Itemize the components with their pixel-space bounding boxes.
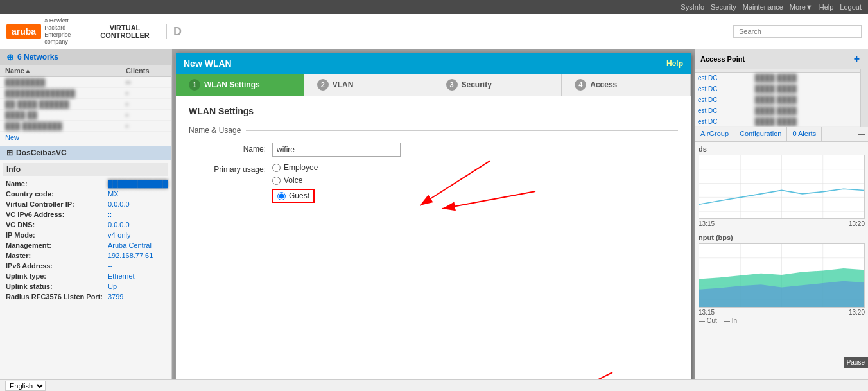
wizard-step-2[interactable]: 2 VLAN [304,74,433,96]
ap-location[interactable]: est DC [698,118,718,125]
info-row: Virtual Controller IP:0.0.0.0 [3,199,171,209]
step-label-2: VLAN [333,80,354,89]
ap-row[interactable]: est DC████ ████ [695,73,860,83]
info-row: Uplink status:Up [3,281,171,291]
d-label: D [173,25,193,39]
right-panel: Access Point + est DC████ ████ est DC███… [695,49,868,379]
info-row: Name:████████████ [3,178,171,189]
modal-help-link[interactable]: Help [666,59,683,68]
info-row: VC DNS:0.0.0.0 [3,220,171,230]
step-label-3: Security [462,80,492,89]
info-row: IPv6 Address:-- [3,261,171,271]
wlan-name-input[interactable] [272,143,401,157]
app-header: aruba a Hewlett PackardEnterprise compan… [0,14,868,49]
network-row[interactable]: ██████████████▪ [0,88,171,99]
nav-more[interactable]: More▼ [790,3,813,11]
info-row: Uplink type:Ethernet [3,271,171,281]
language-select[interactable]: English [5,381,46,391]
voice-option[interactable]: Voice [272,176,318,185]
chart2-time-start: 13:15 [699,309,715,316]
guest-option[interactable]: Guest [272,189,318,203]
chart1-svg [699,155,864,218]
ap-location[interactable]: est DC [698,74,718,82]
ap-table: est DC████ ████ est DC████ ████ est DC██… [695,69,860,127]
name-usage-label: Name & Usage [189,126,241,135]
vc-name: DosCeibasVC [16,148,67,157]
guest-radio[interactable] [277,192,286,200]
modal-body: WLAN Settings Name & Usage Name: Primary… [176,96,691,379]
chart2-x-labels: 13:15 13:20 [699,309,865,316]
networks-count: 6 Networks [17,53,58,62]
section-title: WLAN Settings [189,106,678,116]
svg-line-3 [561,372,612,379]
search-input[interactable] [733,25,862,38]
ap-location[interactable]: est DC [698,107,718,114]
nav-sysinfo[interactable]: SysInfo [681,3,704,11]
network-link[interactable]: ███ ████████ [5,122,62,130]
employee-option[interactable]: Employee [272,163,318,172]
collapse-button[interactable]: — [855,127,868,141]
voice-radio[interactable] [272,177,281,185]
step-num-1: 1 [189,79,200,91]
employee-radio[interactable] [272,164,281,172]
col-clients: Clients [121,65,171,77]
vc-section: ⊞ DosCeibasVC [0,146,171,160]
ap-table-area: est DC████ ████ est DC████ ████ est DC██… [695,69,868,127]
info-section: Info Name:████████████ Country code:MX V… [0,160,171,305]
footer-bar: English [0,379,868,391]
modal-title: New WLAN [184,58,232,69]
wizard-step-3[interactable]: 3 Security [433,74,562,96]
ap-scrollbar[interactable] [860,69,868,127]
tab-alerts[interactable]: 0 Alerts [787,127,822,141]
networks-header: ⊕ 6 Networks [0,49,171,65]
network-row[interactable]: ████████▪▪ [0,77,171,88]
info-row: Master:192.168.77.61 [3,250,171,261]
nav-security[interactable]: Security [711,3,736,11]
ap-row[interactable]: est DC████ ████ [695,116,860,127]
chart2-time-end: 13:20 [849,309,865,316]
ap-row[interactable]: est DC████ ████ [695,94,860,105]
name-field-row: Name: [189,143,678,157]
wizard-step-1[interactable]: 1 WLAN Settings [176,74,304,96]
usage-radio-group: Employee Voice Guest [272,163,318,203]
nav-maintenance[interactable]: Maintenance [743,3,783,11]
networks-table: Name▲ Clients ████████▪▪ ██████████████▪… [0,65,171,132]
wizard-steps: 1 WLAN Settings 2 VLAN 3 Security 4 Acce… [176,74,691,96]
chart2-svg [699,244,864,307]
network-row[interactable]: ████ ██▪ [0,110,171,121]
chart2-title: nput (bps) [699,234,865,241]
nav-help[interactable]: Help [819,3,834,11]
wizard-step-4[interactable]: 4 Access [562,74,691,96]
info-row: VC IPv6 Address::: [3,209,171,220]
step-label-4: Access [590,80,617,89]
add-ap-button[interactable]: + [851,52,863,66]
sidebar: ⊕ 6 Networks Name▲ Clients ████████▪▪ ██… [0,49,172,379]
info-row: Radius RFC3576 Listen Port:3799 [3,291,171,302]
chart1-container [699,155,865,219]
step-num-2: 2 [317,79,329,91]
network-link[interactable]: ██████████████ [5,89,75,97]
nav-logout[interactable]: Logout [840,3,862,11]
tab-airgroup[interactable]: AirGroup [695,127,734,141]
network-row[interactable]: ███ ████████▪ [0,121,171,132]
tab-configuration[interactable]: Configuration [734,127,787,141]
guest-label: Guest [289,191,309,200]
new-network-link[interactable]: New [0,132,171,143]
network-link[interactable]: ████ ██ [5,111,37,119]
network-row[interactable]: ██ ████ ██████▪ [0,99,171,110]
pause-button[interactable]: Pause [844,357,868,368]
ap-location[interactable]: est DC [698,85,718,92]
chart1-time-end: 13:20 [849,220,865,227]
primary-usage-row: Primary usage: Employee Voice [189,163,678,203]
top-nav-bar: SysInfo Security Maintenance More▼ Help … [0,0,868,14]
network-link[interactable]: ██ ████ ██████ [5,100,69,108]
ap-row[interactable]: est DC████ ████ [695,105,860,116]
info-row: Country code:MX [3,189,171,199]
ap-location[interactable]: est DC [698,96,718,103]
chart1-x-labels: 13:15 13:20 [699,220,865,227]
vc-icon: ⊞ [6,148,13,157]
ap-row[interactable]: est DC████ ████ [695,83,860,94]
network-link[interactable]: ████████ [5,78,45,86]
legend-out: — Out [699,317,717,324]
voice-label: Voice [284,176,302,185]
